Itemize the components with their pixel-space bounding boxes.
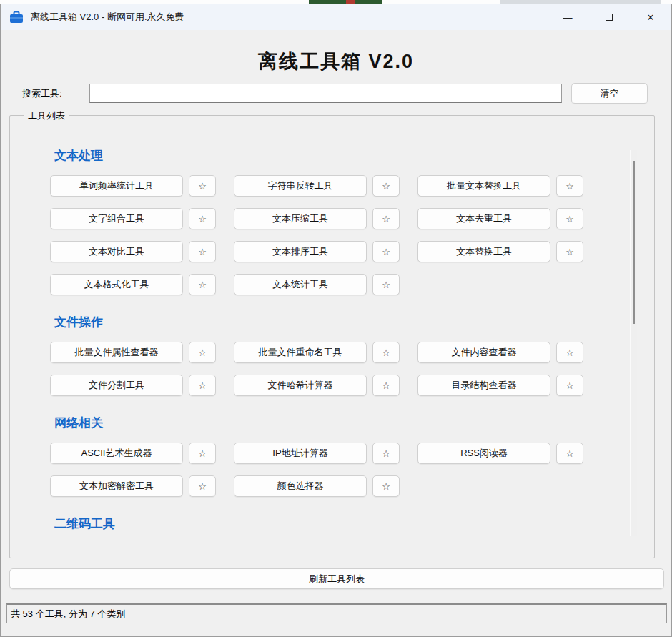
favorite-star-button[interactable]: ☆ (372, 443, 400, 464)
tool-button[interactable]: 文本压缩工具 (234, 208, 367, 229)
favorite-star-button[interactable]: ☆ (189, 208, 216, 229)
tool-button[interactable]: 文本对比工具 (50, 241, 183, 262)
category-section: 文件操作批量文件属性查看器☆批量文件重命名工具☆文件内容查看器☆文件分割工具☆文… (50, 314, 656, 396)
tool-button[interactable]: 文件分割工具 (50, 375, 183, 396)
favorite-star-button[interactable]: ☆ (372, 475, 400, 497)
tool-cell: 文件哈希计算器☆ (234, 375, 400, 396)
favorite-star-button[interactable]: ☆ (556, 375, 583, 396)
tool-cell: 文本格式化工具☆ (50, 274, 216, 295)
tool-button[interactable]: ASCII艺术生成器 (50, 443, 183, 464)
favorite-star-button[interactable]: ☆ (556, 241, 583, 262)
category-header: 文件操作 (54, 314, 656, 330)
tool-list-groupbox: 工具列表 文本处理单词频率统计工具☆字符串反转工具☆批量文本替换工具☆文字组合工… (9, 115, 655, 558)
category-section: 二维码工具 (50, 515, 656, 532)
search-input[interactable] (89, 84, 562, 103)
close-button[interactable]: ✕ (630, 4, 671, 30)
tool-button[interactable]: 文本去重工具 (417, 208, 550, 229)
tool-button[interactable]: 目录结构查看器 (417, 375, 550, 396)
favorite-star-button[interactable]: ☆ (556, 342, 583, 363)
tool-button[interactable]: 批量文件重命名工具 (234, 342, 367, 363)
favorite-star-button[interactable]: ☆ (556, 208, 583, 229)
minimize-button[interactable]: — (547, 4, 588, 30)
tool-cell: RSS阅读器☆ (417, 443, 583, 464)
favorite-star-button[interactable]: ☆ (372, 342, 400, 363)
tool-button[interactable]: RSS阅读器 (417, 443, 550, 464)
tool-button[interactable]: IP地址计算器 (234, 443, 367, 464)
tool-button[interactable]: 批量文件属性查看器 (50, 342, 183, 363)
tool-button[interactable]: 文件哈希计算器 (234, 375, 367, 396)
category-header: 二维码工具 (54, 515, 656, 532)
tool-cell: 批量文件属性查看器☆ (50, 342, 216, 363)
tool-cell: 批量文件重命名工具☆ (234, 342, 400, 363)
category-header: 文本处理 (54, 147, 656, 164)
window-title: 离线工具箱 V2.0 - 断网可用.永久免费 (31, 11, 184, 24)
favorite-star-button[interactable]: ☆ (189, 475, 216, 497)
tool-cell: 文本排序工具☆ (234, 241, 400, 262)
category-section: 文本处理单词频率统计工具☆字符串反转工具☆批量文本替换工具☆文字组合工具☆文本压… (50, 147, 656, 295)
tool-grid: 批量文件属性查看器☆批量文件重命名工具☆文件内容查看器☆文件分割工具☆文件哈希计… (50, 342, 656, 396)
tool-button[interactable]: 文本统计工具 (234, 274, 367, 295)
favorite-star-button[interactable]: ☆ (189, 175, 216, 197)
favorite-star-button[interactable]: ☆ (189, 241, 216, 262)
scrollbar-thumb[interactable] (633, 161, 635, 324)
tool-cell: 文件分割工具☆ (50, 375, 216, 396)
category-header: 网络相关 (54, 415, 656, 431)
search-row: 搜索工具: 清空 (1, 83, 672, 104)
app-window: 离线工具箱 V2.0 - 断网可用.永久免费 — ✕ 离线工具箱 V2.0 搜索… (0, 4, 672, 637)
tool-cell: 文本统计工具☆ (234, 274, 400, 295)
status-text: 共 53 个工具, 分为 7 个类别 (11, 608, 125, 621)
favorite-star-button[interactable]: ☆ (556, 175, 583, 197)
tool-button[interactable]: 文件内容查看器 (417, 342, 550, 363)
tool-cell: IP地址计算器☆ (234, 443, 400, 464)
maximize-icon (606, 14, 613, 21)
favorite-star-button[interactable]: ☆ (189, 274, 216, 295)
tool-cell: 文本对比工具☆ (50, 241, 216, 262)
tool-button[interactable]: 文本加密解密工具 (50, 475, 183, 497)
tool-cell: 文字组合工具☆ (50, 208, 216, 229)
tool-cell: 文件内容查看器☆ (417, 342, 583, 363)
favorite-star-button[interactable]: ☆ (372, 274, 400, 295)
tool-cell: 批量文本替换工具☆ (417, 175, 583, 197)
tool-grid: ASCII艺术生成器☆IP地址计算器☆RSS阅读器☆文本加密解密工具☆颜色选择器… (50, 443, 656, 497)
clear-button[interactable]: 清空 (571, 83, 648, 104)
favorite-star-button[interactable]: ☆ (189, 342, 216, 363)
tool-button[interactable]: 文本格式化工具 (50, 274, 183, 295)
vertical-scrollbar[interactable] (630, 150, 637, 536)
toolbox-icon (9, 10, 24, 24)
page-title: 离线工具箱 V2.0 (1, 49, 671, 74)
favorite-star-button[interactable]: ☆ (556, 443, 583, 464)
tool-button[interactable]: 批量文本替换工具 (417, 175, 550, 197)
tool-cell: 单词频率统计工具☆ (50, 175, 216, 197)
favorite-star-button[interactable]: ☆ (372, 375, 400, 396)
search-label: 搜索工具: (22, 87, 62, 100)
tool-cell: 颜色选择器☆ (234, 475, 400, 497)
category-section: 网络相关ASCII艺术生成器☆IP地址计算器☆RSS阅读器☆文本加密解密工具☆颜… (50, 415, 656, 497)
status-bar: 共 53 个工具, 分为 7 个类别 (6, 603, 667, 623)
tool-cell: 文本去重工具☆ (417, 208, 583, 229)
tool-grid: 单词频率统计工具☆字符串反转工具☆批量文本替换工具☆文字组合工具☆文本压缩工具☆… (50, 175, 656, 295)
favorite-star-button[interactable]: ☆ (189, 443, 216, 464)
tool-button[interactable]: 字符串反转工具 (234, 175, 367, 197)
refresh-tools-button[interactable]: 刷新工具列表 (9, 568, 664, 589)
tool-cell: 目录结构查看器☆ (417, 375, 583, 396)
tool-button[interactable]: 文本排序工具 (234, 241, 367, 262)
tool-button[interactable]: 文本替换工具 (417, 241, 550, 262)
maximize-button[interactable] (588, 4, 630, 30)
tool-list-viewport: 文本处理单词频率统计工具☆字符串反转工具☆批量文本替换工具☆文字组合工具☆文本压… (10, 116, 656, 558)
tool-cell: 文本加密解密工具☆ (50, 475, 216, 497)
titlebar: 离线工具箱 V2.0 - 断网可用.永久免费 — ✕ (1, 4, 671, 30)
favorite-star-button[interactable]: ☆ (189, 375, 216, 396)
favorite-star-button[interactable]: ☆ (372, 175, 400, 197)
tool-cell: ASCII艺术生成器☆ (50, 443, 216, 464)
tool-cell: 文本压缩工具☆ (234, 208, 400, 229)
tool-button[interactable]: 单词频率统计工具 (50, 175, 183, 197)
tool-button[interactable]: 文字组合工具 (50, 208, 183, 229)
tool-cell: 字符串反转工具☆ (234, 175, 400, 197)
favorite-star-button[interactable]: ☆ (372, 241, 400, 262)
tool-button[interactable]: 颜色选择器 (234, 475, 367, 497)
tool-cell: 文本替换工具☆ (417, 241, 583, 262)
favorite-star-button[interactable]: ☆ (372, 208, 400, 229)
